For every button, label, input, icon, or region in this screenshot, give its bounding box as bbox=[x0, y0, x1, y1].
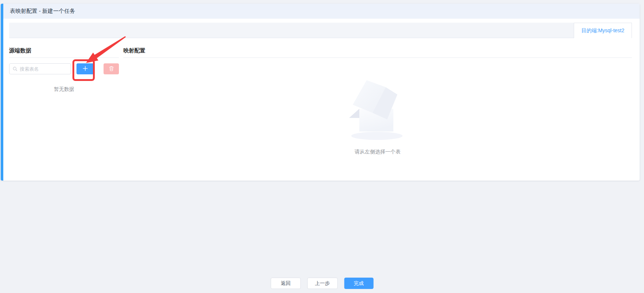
card-body: 目的端:Mysql-test2 源端数据 bbox=[3, 19, 640, 155]
plus-icon bbox=[82, 66, 88, 73]
tab-destination[interactable]: 目的端:Mysql-test2 bbox=[574, 23, 632, 38]
source-empty-text: 暂无数据 bbox=[9, 86, 119, 93]
add-table-button[interactable] bbox=[76, 63, 94, 74]
empty-box-illustration bbox=[348, 78, 407, 141]
table-mapping-card: 表映射配置 - 新建一个任务 目的端:Mysql-test2 源端数据 bbox=[1, 4, 640, 181]
source-data-panel: 源端数据 bbox=[9, 38, 119, 155]
mapping-empty-hint: 请从左侧选择一个表 bbox=[123, 149, 632, 155]
search-icon bbox=[12, 66, 18, 71]
card-header: 表映射配置 - 新建一个任务 bbox=[3, 4, 640, 19]
trash-icon bbox=[109, 66, 114, 73]
previous-step-button[interactable]: 上一步 bbox=[307, 278, 338, 289]
page-title: 表映射配置 - 新建一个任务 bbox=[10, 8, 75, 15]
mapping-config-panel: 映射配置 bbox=[123, 38, 632, 155]
wizard-footer: 返回 上一步 完成 bbox=[271, 278, 374, 289]
finish-button[interactable]: 完成 bbox=[344, 278, 373, 289]
tab-bar: 目的端:Mysql-test2 bbox=[9, 23, 632, 38]
source-toolbar bbox=[9, 63, 119, 74]
search-table-input[interactable] bbox=[20, 66, 68, 72]
back-button[interactable]: 返回 bbox=[271, 278, 301, 289]
mapping-empty-state: 请从左侧选择一个表 bbox=[123, 58, 632, 155]
search-table-box bbox=[9, 63, 71, 74]
panels-container: 源端数据 bbox=[9, 38, 632, 155]
source-panel-title: 源端数据 bbox=[9, 38, 119, 58]
delete-table-button[interactable] bbox=[104, 63, 119, 74]
mapping-panel-title: 映射配置 bbox=[123, 38, 632, 58]
tab-destination-label: 目的端:Mysql-test2 bbox=[581, 27, 624, 34]
